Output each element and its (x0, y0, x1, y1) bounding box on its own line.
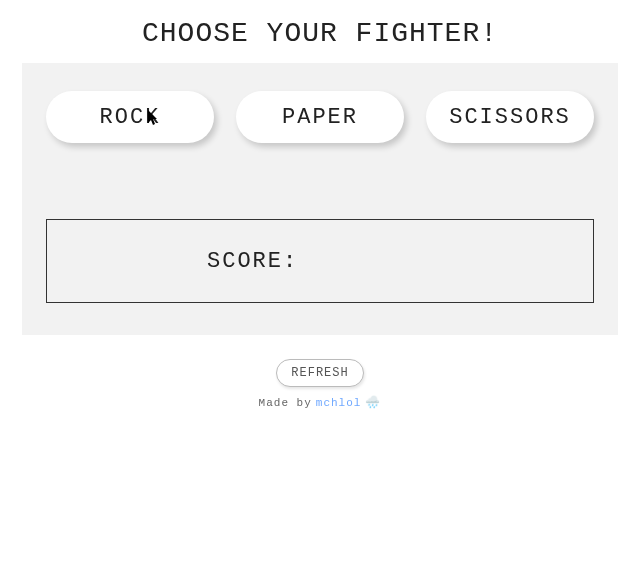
page-title: CHOOSE YOUR FIGHTER! (0, 0, 640, 63)
refresh-button[interactable]: REFRESH (276, 359, 363, 387)
choice-row: ROCK PAPER SCISSORS (46, 91, 594, 143)
credit-line: Made by mchlol 🌧️ (0, 397, 640, 409)
credit-prefix: Made by (259, 397, 312, 409)
rock-button[interactable]: ROCK (46, 91, 214, 143)
game-arena: ROCK PAPER SCISSORS SCORE: (22, 63, 618, 335)
footer: REFRESH Made by mchlol 🌧️ (0, 359, 640, 409)
scissors-button[interactable]: SCISSORS (426, 91, 594, 143)
score-box: SCORE: (46, 219, 594, 303)
paper-button[interactable]: PAPER (236, 91, 404, 143)
score-label: SCORE: (207, 249, 298, 274)
rain-icon: 🌧️ (365, 397, 381, 409)
author-link[interactable]: mchlol (316, 397, 362, 409)
